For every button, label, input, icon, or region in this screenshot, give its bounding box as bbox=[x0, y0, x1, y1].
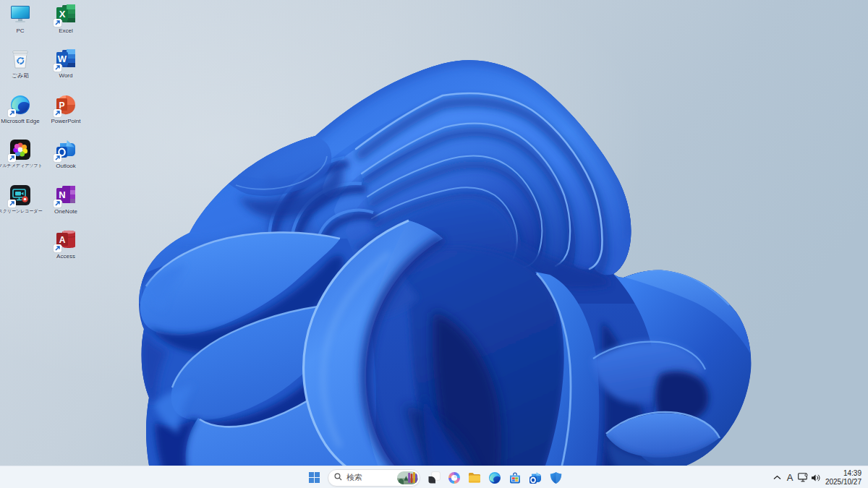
svg-text:W: W bbox=[58, 53, 67, 64]
svg-text:X: X bbox=[59, 9, 66, 20]
svg-text:N: N bbox=[59, 189, 65, 200]
svg-text:A: A bbox=[59, 235, 66, 245]
